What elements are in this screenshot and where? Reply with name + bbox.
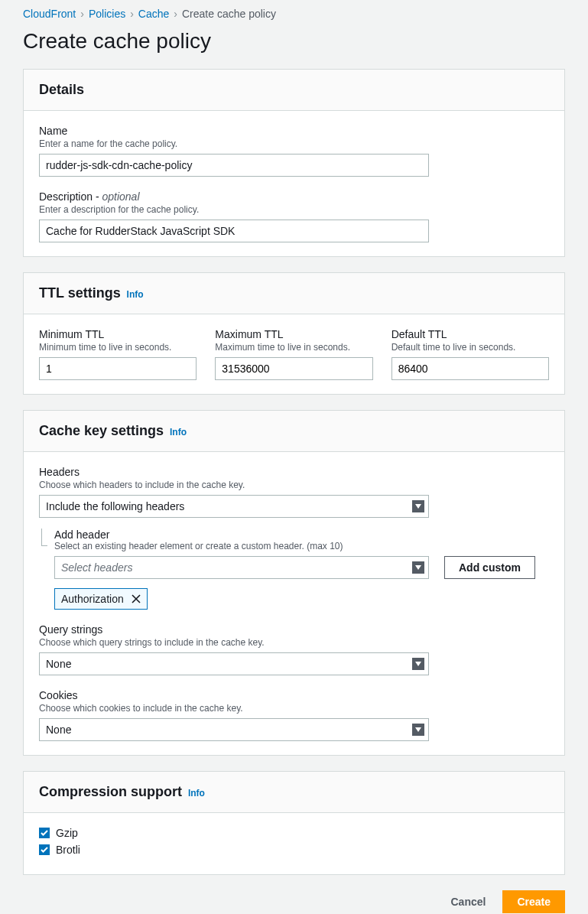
- cookies-label: Cookies: [39, 689, 549, 701]
- close-icon[interactable]: [132, 594, 141, 603]
- details-heading: Details: [39, 82, 84, 98]
- query-strings-select[interactable]: None: [39, 652, 429, 675]
- breadcrumb-cache[interactable]: Cache: [138, 8, 169, 20]
- min-ttl-label: Minimum TTL: [39, 328, 197, 340]
- headers-select[interactable]: Include the following headers: [39, 495, 429, 518]
- headers-label: Headers: [39, 466, 549, 478]
- max-ttl-desc: Maximum time to live in seconds.: [215, 342, 372, 353]
- cache-key-info-link[interactable]: Info: [170, 427, 187, 437]
- caret-down-icon: [412, 724, 424, 736]
- breadcrumb-policies[interactable]: Policies: [89, 8, 125, 20]
- gzip-checkbox[interactable]: [39, 828, 50, 838]
- cookies-desc: Choose which cookies to include in the c…: [39, 703, 549, 714]
- default-ttl-label: Default TTL: [391, 328, 549, 340]
- add-header-desc: Select an existing header element or cre…: [54, 541, 549, 551]
- chevron-right-icon: ›: [80, 8, 84, 20]
- add-custom-button[interactable]: Add custom: [444, 556, 535, 579]
- caret-down-icon: [412, 561, 424, 574]
- cache-key-panel: Cache key settings Info Headers Choose w…: [23, 410, 565, 756]
- cache-key-heading: Cache key settings: [39, 423, 164, 439]
- compression-panel: Compression support Info Gzip Brotli: [23, 771, 565, 875]
- ttl-heading: TTL settings: [39, 285, 121, 301]
- caret-down-icon: [412, 658, 424, 670]
- name-input[interactable]: [39, 154, 429, 177]
- description-label: Description - optional: [39, 190, 549, 203]
- min-ttl-input[interactable]: [39, 357, 197, 380]
- token-label: Authorization: [61, 593, 124, 605]
- gzip-label: Gzip: [56, 827, 78, 839]
- name-desc: Enter a name for the cache policy.: [39, 138, 549, 149]
- breadcrumb-current: Create cache policy: [182, 8, 276, 20]
- chevron-right-icon: ›: [174, 8, 177, 20]
- select-headers-dropdown[interactable]: Select headers: [54, 556, 429, 579]
- query-strings-label: Query strings: [39, 623, 549, 636]
- details-panel: Details Name Enter a name for the cache …: [23, 69, 565, 257]
- ttl-panel: TTL settings Info Minimum TTL Minimum ti…: [23, 272, 565, 395]
- compression-heading: Compression support: [39, 784, 182, 800]
- brotli-checkbox[interactable]: [39, 844, 50, 855]
- default-ttl-input[interactable]: [391, 357, 549, 380]
- compression-info-link[interactable]: Info: [188, 788, 205, 799]
- default-ttl-desc: Default time to live in seconds.: [391, 342, 549, 353]
- max-ttl-label: Maximum TTL: [215, 328, 372, 340]
- add-header-label: Add header: [54, 529, 549, 541]
- caret-down-icon: [412, 500, 424, 512]
- cancel-button[interactable]: Cancel: [440, 890, 496, 913]
- chevron-right-icon: ›: [130, 8, 134, 20]
- footer-actions: Cancel Create: [23, 890, 565, 913]
- breadcrumb-cloudfront[interactable]: CloudFront: [23, 8, 76, 20]
- page-title: Create cache policy: [23, 29, 565, 54]
- max-ttl-input[interactable]: [215, 357, 372, 380]
- breadcrumb: CloudFront › Policies › Cache › Create c…: [23, 8, 565, 20]
- ttl-info-link[interactable]: Info: [127, 289, 144, 300]
- description-desc: Enter a description for the cache policy…: [39, 204, 549, 215]
- headers-desc: Choose which headers to include in the c…: [39, 480, 549, 490]
- min-ttl-desc: Minimum time to live in seconds.: [39, 342, 197, 353]
- brotli-label: Brotli: [56, 844, 80, 856]
- header-token-authorization: Authorization: [54, 588, 148, 610]
- cookies-select[interactable]: None: [39, 718, 429, 741]
- create-button[interactable]: Create: [502, 890, 565, 913]
- query-strings-desc: Choose which query strings to include in…: [39, 637, 549, 648]
- description-input[interactable]: [39, 220, 429, 242]
- name-label: Name: [39, 125, 549, 137]
